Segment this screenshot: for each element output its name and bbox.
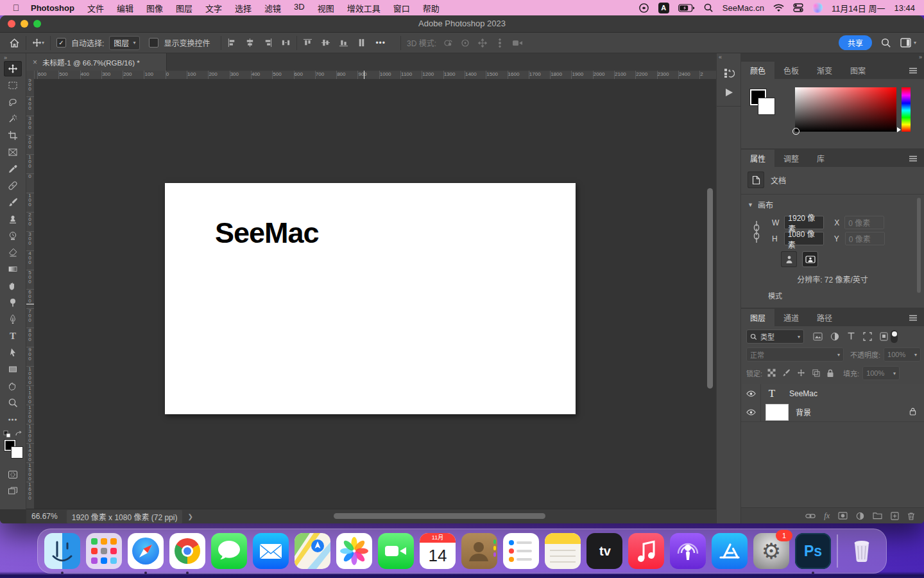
canvas-text-seemac[interactable]: SeeMac — [215, 216, 319, 250]
align-top-icon[interactable] — [303, 38, 312, 48]
lasso-tool[interactable] — [4, 94, 22, 110]
canvas-document[interactable]: SeeMac — [165, 183, 576, 414]
eyedropper-tool[interactable] — [4, 161, 22, 177]
dock-podcasts-icon[interactable] — [670, 533, 706, 569]
align-center-h-icon[interactable] — [245, 38, 255, 48]
dock-maps-icon[interactable] — [295, 533, 330, 569]
align-right-icon[interactable] — [263, 38, 273, 48]
opacity-dropdown[interactable]: 100%▾ — [884, 347, 921, 362]
siri-icon[interactable] — [812, 3, 823, 13]
tool-preset-chevron[interactable]: ▾ — [42, 40, 44, 46]
marquee-tool[interactable] — [4, 78, 22, 93]
auto-select-checkbox[interactable]: ✓ — [56, 38, 66, 48]
tab-layers[interactable]: 图层 — [741, 309, 774, 326]
dock-mail-icon[interactable] — [253, 533, 289, 569]
tab-color[interactable]: 颜色 — [741, 62, 774, 79]
path-selection-tool[interactable] — [4, 345, 22, 360]
dock-reminders-icon[interactable] — [503, 533, 539, 569]
dock-calendar-icon[interactable]: 11月 14 — [420, 533, 456, 569]
color-field-selector[interactable] — [792, 128, 800, 135]
filter-shape-layers-icon[interactable] — [863, 332, 872, 341]
adjustment-layer-icon[interactable] — [856, 512, 864, 520]
menu-item[interactable]: 滤镜 — [258, 2, 287, 14]
magic-wand-tool[interactable] — [4, 111, 22, 127]
text-layer-thumbnail[interactable]: T — [761, 387, 783, 400]
layer-filter-dropdown[interactable]: 类型 ▾ — [746, 329, 804, 344]
apple-menu-icon[interactable]:  — [8, 3, 24, 13]
add-mask-icon[interactable] — [838, 512, 848, 520]
link-layers-icon[interactable] — [805, 513, 816, 519]
eraser-tool[interactable] — [4, 245, 22, 260]
layer-name[interactable]: SeeMac — [789, 389, 817, 398]
dock-trash-icon[interactable] — [844, 533, 880, 569]
spotlight-icon[interactable] — [704, 3, 714, 13]
home-icon[interactable] — [9, 38, 20, 48]
3d-camera-icon[interactable] — [512, 39, 524, 48]
show-transform-checkbox[interactable] — [149, 38, 158, 48]
panel-background-color[interactable] — [758, 98, 774, 114]
properties-panel-menu-icon[interactable] — [909, 150, 924, 167]
layer-name[interactable]: 背景 — [796, 407, 811, 417]
dock-chrome-icon[interactable] — [169, 533, 205, 569]
panel-dock-collapse-icon[interactable]: » — [919, 54, 921, 60]
tab-close-icon[interactable]: × — [33, 58, 37, 67]
tab-properties[interactable]: 属性 — [741, 150, 774, 167]
more-options-icon[interactable]: ••• — [375, 39, 386, 48]
tab-paths[interactable]: 路径 — [808, 309, 841, 326]
align-center-v-icon[interactable] — [321, 38, 330, 48]
tab-gradients[interactable]: 渐变 — [808, 62, 841, 79]
toolbar-collapse-icon[interactable]: » — [4, 55, 6, 61]
dock-settings-icon[interactable]: ⚙ 1 — [753, 533, 789, 569]
fill-dropdown[interactable]: 100%▾ — [862, 366, 900, 380]
tab-channels[interactable]: 通道 — [774, 309, 808, 326]
tab-patterns[interactable]: 图案 — [841, 62, 875, 79]
dock-safari-icon[interactable] — [128, 533, 164, 569]
align-left-icon[interactable] — [227, 38, 237, 48]
quick-mask-icon[interactable] — [4, 467, 22, 482]
zoom-level[interactable]: 66.67% — [31, 512, 58, 521]
color-field[interactable] — [795, 87, 896, 132]
layer-visibility-icon[interactable] — [741, 403, 761, 421]
color-panel-menu-icon[interactable] — [909, 62, 924, 79]
menu-item[interactable]: 选择 — [228, 2, 258, 14]
pen-tool[interactable] — [4, 311, 22, 327]
x-field[interactable]: 0 像素 — [844, 216, 884, 229]
align-bottom-icon[interactable] — [339, 38, 348, 48]
vertical-scrollbar[interactable] — [707, 188, 713, 389]
menu-item[interactable]: 增效工具 — [341, 2, 387, 14]
tab-swatches[interactable]: 色板 — [774, 62, 808, 79]
menu-item[interactable]: 3D — [287, 2, 311, 14]
move-tool-preset-icon[interactable] — [32, 38, 42, 48]
menu-item[interactable]: 编辑 — [110, 2, 140, 14]
status-chevron[interactable]: ❯ — [187, 513, 193, 520]
history-brush-tool[interactable] — [4, 228, 22, 243]
3d-slide-icon[interactable] — [495, 38, 505, 48]
ruler-corner[interactable] — [26, 71, 35, 80]
blend-mode-dropdown[interactable]: 正常▾ — [746, 347, 844, 362]
menu-item[interactable]: 帮助 — [416, 2, 446, 14]
zoom-tool[interactable] — [4, 395, 22, 410]
portrait-orientation-button[interactable] — [781, 251, 797, 267]
landscape-orientation-button[interactable] — [802, 251, 818, 267]
tab-libraries[interactable]: 库 — [808, 150, 834, 167]
canvas-viewport[interactable]: SeeMac — [34, 79, 717, 509]
background-color[interactable] — [12, 447, 22, 458]
new-layer-icon[interactable] — [891, 512, 899, 520]
strip-collapse-icon[interactable]: « — [719, 54, 721, 60]
dock-appstore-icon[interactable] — [712, 533, 748, 569]
type-tool[interactable]: T — [4, 328, 22, 344]
auto-select-dropdown[interactable]: 图层▾ — [109, 36, 140, 50]
lock-artboard-icon[interactable] — [812, 369, 820, 377]
background-layer-thumbnail[interactable] — [766, 405, 788, 420]
lock-position-icon[interactable] — [797, 369, 805, 377]
dodge-tool[interactable] — [4, 295, 22, 310]
menubar-time[interactable]: 13:44 — [894, 3, 915, 13]
workspace-chevron[interactable]: ▾ — [914, 40, 916, 46]
3d-orbit-icon[interactable] — [443, 38, 453, 48]
input-method-indicator[interactable]: A — [658, 3, 669, 13]
screen-mode-icon[interactable] — [4, 484, 22, 499]
swap-colors-icon[interactable] — [3, 430, 23, 439]
actions-panel-icon[interactable] — [721, 84, 737, 100]
distribute-h-icon[interactable] — [281, 38, 291, 48]
rectangle-tool[interactable] — [4, 362, 22, 377]
